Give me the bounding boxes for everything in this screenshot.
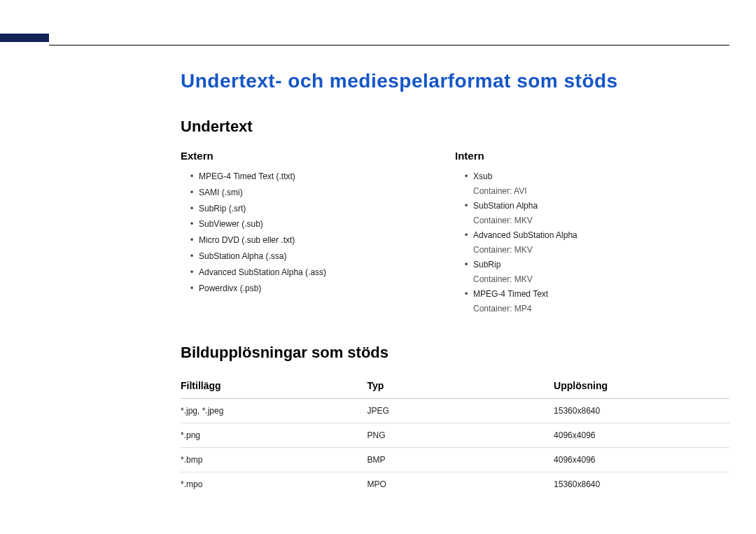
subtitles-heading: Undertext bbox=[181, 118, 729, 136]
cell-ext: *.jpg, *.jpeg bbox=[181, 398, 368, 423]
container-note: Container: AVI bbox=[473, 185, 729, 198]
cell-ext: *.bmp bbox=[181, 447, 368, 472]
col-ext: Filtillägg bbox=[181, 376, 368, 399]
external-heading: Extern bbox=[181, 150, 455, 162]
internal-heading: Intern bbox=[455, 150, 729, 162]
external-column: Extern MPEG-4 Timed Text (.ttxt) SAMI (.… bbox=[181, 150, 455, 316]
cell-res: 4096x4096 bbox=[554, 447, 729, 472]
resolutions-table: Filtillägg Typ Upplösning *.jpg, *.jpeg … bbox=[181, 376, 729, 496]
cell-res: 4096x4096 bbox=[554, 423, 729, 447]
list-item: SAMI (.smi) bbox=[190, 185, 455, 201]
content-area: Undertext- och mediespelarformat som stö… bbox=[181, 70, 729, 496]
col-type: Typ bbox=[368, 376, 554, 399]
container-note: Container: MP4 bbox=[473, 302, 729, 316]
col-res: Upplösning bbox=[554, 376, 729, 399]
list-item: SubStation Alpha (.ssa) bbox=[190, 248, 455, 265]
top-rule bbox=[49, 45, 729, 45]
cell-ext: *.png bbox=[181, 423, 368, 447]
cell-ext: *.mpo bbox=[181, 472, 368, 496]
table-row: *.bmp BMP 4096x4096 bbox=[181, 447, 729, 472]
list-item: Advanced SubStation Alpha (.ass) bbox=[190, 265, 455, 281]
list-item: Micro DVD (.sub eller .txt) bbox=[190, 232, 455, 248]
list-item: Xsub Container: AVI bbox=[465, 169, 729, 198]
cell-res: 15360x8640 bbox=[554, 472, 729, 496]
table-row: *.jpg, *.jpeg JPEG 15360x8640 bbox=[181, 398, 729, 423]
list-item: MPEG-4 Timed Text (.ttxt) bbox=[190, 169, 455, 185]
table-row: *.mpo MPO 15360x8640 bbox=[181, 472, 729, 496]
subtitles-columns: Extern MPEG-4 Timed Text (.ttxt) SAMI (.… bbox=[181, 150, 729, 316]
list-item: Advanced SubStation Alpha Container: MKV bbox=[465, 227, 729, 257]
cell-type: BMP bbox=[368, 447, 554, 472]
cell-type: JPEG bbox=[368, 398, 554, 423]
resolutions-heading: Bildupplösningar som stöds bbox=[181, 344, 729, 362]
internal-column: Intern Xsub Container: AVI SubStation Al… bbox=[455, 150, 729, 316]
list-item: SubStation Alpha Container: MKV bbox=[465, 198, 729, 227]
table-row: *.png PNG 4096x4096 bbox=[181, 423, 729, 447]
container-note: Container: MKV bbox=[473, 273, 729, 286]
list-item: SubRip Container: MKV bbox=[465, 257, 729, 286]
side-marker bbox=[0, 34, 49, 42]
container-note: Container: MKV bbox=[473, 244, 729, 257]
list-item: Powerdivx (.psb) bbox=[190, 281, 455, 297]
internal-list: Xsub Container: AVI SubStation Alpha Con… bbox=[455, 169, 729, 316]
cell-type: MPO bbox=[368, 472, 554, 496]
table-header-row: Filtillägg Typ Upplösning bbox=[181, 376, 729, 399]
cell-type: PNG bbox=[368, 423, 554, 447]
page-title: Undertext- och mediespelarformat som stö… bbox=[181, 70, 729, 92]
cell-res: 15360x8640 bbox=[554, 398, 729, 423]
container-note: Container: MKV bbox=[473, 214, 729, 227]
external-list: MPEG-4 Timed Text (.ttxt) SAMI (.smi) Su… bbox=[181, 169, 455, 296]
list-item: SubViewer (.sub) bbox=[190, 216, 455, 232]
list-item: MPEG-4 Timed Text Container: MP4 bbox=[465, 286, 729, 316]
list-item: SubRip (.srt) bbox=[190, 201, 455, 217]
